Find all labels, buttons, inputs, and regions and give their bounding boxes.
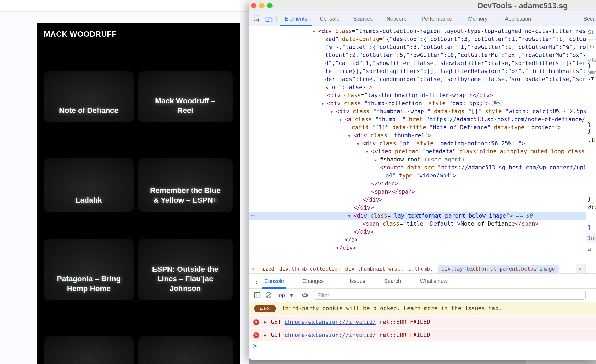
dom-tree-line[interactable]: ▼<div class="thumb-rel"> bbox=[249, 131, 586, 139]
console-error-row[interactable]: ✕▶GET chrome-extension://invalid/ net::E… bbox=[249, 329, 596, 341]
hamburger-menu-icon[interactable] bbox=[224, 32, 233, 36]
styles-fragment: .t bbox=[588, 75, 594, 82]
close-window-button[interactable] bbox=[251, 3, 256, 8]
tab-network[interactable]: Network bbox=[381, 11, 411, 26]
dom-tree-line[interactable]: der_tags":true,"randomorder":false,"sort… bbox=[249, 75, 586, 83]
dom-tree-line[interactable]: </div> bbox=[249, 228, 586, 236]
expand-arrow-down-icon[interactable]: ▼ bbox=[366, 148, 371, 156]
dom-tree-line[interactable]: <span></span> bbox=[249, 188, 586, 196]
console-sidebar-toggle-icon[interactable] bbox=[254, 291, 261, 299]
breadcrumb-item[interactable]: div.lay-textformat-parent.below-image bbox=[438, 265, 558, 273]
expand-arrow-down-icon[interactable]: ▼ bbox=[313, 27, 318, 35]
dom-tree-line[interactable]: </div> bbox=[249, 196, 586, 204]
dom-tree-line[interactable]: "%"},"tablet":{"colCount":3,"colGutter":… bbox=[249, 43, 586, 51]
dom-tree-line[interactable]: ▼<div class="thumb-collection" style="ga… bbox=[249, 99, 586, 107]
dom-tree-line[interactable]: le":true}],"sortedTagFilters":[],"tagFil… bbox=[249, 67, 586, 75]
expand-arrow-down-icon[interactable]: ▼ bbox=[322, 100, 327, 108]
error-link[interactable]: chrome-extension://invalid/ bbox=[285, 319, 376, 325]
breadcrumb-item[interactable]: div.thumbnail-wrap. bbox=[345, 266, 404, 272]
error-link[interactable]: chrome-extension://invalid/ bbox=[285, 332, 376, 338]
dom-tree-line[interactable]: d","cat_id":1,"showfilter":false,"showta… bbox=[249, 59, 586, 67]
drawer-tab-issues[interactable]: Issues bbox=[347, 274, 368, 289]
dom-tree-line[interactable]: <source data-src="https://adamc513.sg-ho… bbox=[249, 164, 586, 172]
toolbar-divider bbox=[274, 292, 274, 299]
live-expression-eye-icon[interactable] bbox=[301, 291, 309, 299]
error-text: GET chrome-extension://invalid/ net::ERR… bbox=[271, 316, 430, 328]
breadcrumb-scroll-left-icon[interactable]: ◀ bbox=[249, 264, 257, 273]
drawer-tab-console[interactable]: Console bbox=[262, 274, 286, 289]
tab-security[interactable]: Security bbox=[578, 11, 596, 26]
styles-tab[interactable]: St bbox=[588, 29, 593, 35]
dom-tree-line[interactable]: stom":false}"> bbox=[249, 83, 586, 91]
tab-memory[interactable]: Memory bbox=[463, 11, 493, 26]
console-warning-row[interactable]: ▶53 Third-party cookie will be blocked. … bbox=[249, 302, 596, 315]
tab-performance[interactable]: Performance bbox=[416, 11, 458, 26]
dom-tree-line-selected[interactable]: ⋯▼<div class="lay-textformat-parent belo… bbox=[249, 212, 586, 220]
expand-arrow-right-icon[interactable]: ▶ bbox=[264, 329, 266, 341]
dom-tree-line[interactable]: ▼<div class="thumbs-collection-region la… bbox=[249, 27, 586, 35]
styles-filter-input[interactable]: Fi bbox=[587, 43, 596, 51]
video-thumbnail[interactable]: Remember the Blue& Yellow – ESPN+ bbox=[138, 158, 233, 212]
console-filter-input[interactable] bbox=[314, 291, 586, 300]
more-actions-icon[interactable]: ⋯ bbox=[251, 212, 255, 220]
thumbnail-title: Patagonia – BringHemp Home bbox=[57, 274, 121, 293]
dom-tree-line[interactable]: </video> bbox=[249, 180, 586, 188]
drawer-tab-changes[interactable]: Changes bbox=[300, 274, 326, 289]
dom-tree-line[interactable]: <span class="title _Default">Note of Def… bbox=[249, 220, 586, 228]
tab-sources[interactable]: Sources bbox=[348, 11, 378, 26]
breadcrumb-item[interactable]: div.thumb-collection bbox=[279, 266, 341, 272]
console-prompt[interactable]: > bbox=[249, 341, 596, 352]
expand-arrow-right-icon[interactable]: ▶ bbox=[264, 316, 266, 328]
issue-count-badge[interactable]: ▶53 bbox=[254, 305, 276, 312]
video-thumbnail[interactable]: Ladahk bbox=[44, 158, 134, 212]
breadcrumb-scroll-right-icon[interactable]: ▶ bbox=[576, 264, 586, 273]
dom-tree-line[interactable]: </div> bbox=[249, 244, 586, 252]
clear-console-icon[interactable] bbox=[265, 291, 272, 299]
dom-tree-line[interactable]: ▼<a class="thumb " href="https://adamc51… bbox=[249, 115, 586, 123]
drawer-tab-what-s-new[interactable]: What's new bbox=[417, 274, 450, 289]
expand-arrow-right-icon[interactable]: ▶ bbox=[375, 156, 380, 164]
dom-tree-line[interactable]: ▼<div class="thumbnail-wrap " data-tags=… bbox=[249, 107, 586, 115]
dom-tree-line[interactable]: zed" data-config="{"desktop":{"colCount"… bbox=[249, 35, 586, 43]
dom-tree-line[interactable]: ▼<video preload="metadata" playsinline a… bbox=[249, 147, 586, 156]
flex-badge[interactable]: flex bbox=[492, 100, 502, 106]
dom-tree-line[interactable]: </div> bbox=[249, 204, 586, 212]
dom-tree-line[interactable]: <div class="lay-thumbnailgrid-filter-wra… bbox=[249, 91, 586, 99]
breadcrumb-item[interactable]: ized bbox=[262, 266, 274, 272]
video-thumbnail[interactable] bbox=[138, 336, 233, 364]
styles-fragment: div bbox=[588, 204, 596, 211]
tab-elements[interactable]: Elements bbox=[280, 11, 312, 26]
drawer-tab-search[interactable]: Search bbox=[381, 274, 404, 289]
tab-application[interactable]: Application bbox=[500, 11, 537, 26]
browser-viewport: MACK WOODRUFF Note of DefianceMack Woodr… bbox=[0, 0, 249, 364]
expand-arrow-down-icon[interactable]: ▼ bbox=[357, 140, 362, 148]
expand-arrow-down-icon[interactable]: ▼ bbox=[339, 116, 345, 124]
expand-arrow-right-icon: ▶ bbox=[260, 307, 263, 311]
styles-fragment: ele bbox=[588, 56, 596, 63]
inspect-element-icon[interactable] bbox=[253, 15, 261, 23]
dom-tree-line[interactable]: </a> bbox=[249, 236, 586, 244]
video-thumbnail[interactable]: ESPN: Outside theLines – Flau’jaeJohnson bbox=[138, 239, 233, 300]
expand-arrow-down-icon[interactable]: ▼ bbox=[348, 132, 353, 140]
video-thumbnail[interactable]: Mack Woodruff –Reel bbox=[138, 71, 233, 122]
video-thumbnail[interactable]: Patagonia – BringHemp Home bbox=[44, 239, 134, 300]
dom-tree-line[interactable]: ▶#shadow-root (user-agent) bbox=[249, 156, 586, 164]
thumbnail-title: ESPN: Outside theLines – Flau’jaeJohnson bbox=[152, 264, 218, 293]
video-thumbnail[interactable]: Note of Defiance bbox=[44, 71, 134, 122]
device-toolbar-icon[interactable] bbox=[265, 15, 273, 23]
console-error-row[interactable]: ✕▶GET chrome-extension://invalid/ net::E… bbox=[249, 316, 596, 328]
more-options-icon[interactable]: ⋮ bbox=[253, 274, 260, 289]
dom-tree-line[interactable]: p4" type="video/mp4"> bbox=[249, 172, 586, 180]
zoom-window-button[interactable] bbox=[267, 3, 273, 8]
minimize-window-button[interactable] bbox=[259, 3, 265, 8]
video-thumbnail[interactable] bbox=[44, 336, 134, 364]
javascript-context-dropdown[interactable]: top bbox=[277, 289, 285, 302]
console-messages: ▶53 Third-party cookie will be blocked. … bbox=[249, 302, 596, 360]
dom-tree-line[interactable]: ▼<div class="ph" style="padding-bottom:5… bbox=[249, 139, 586, 147]
dom-tree-line[interactable]: catid="[1]" data-title="Note of Defiance… bbox=[249, 123, 586, 131]
expand-arrow-down-icon[interactable]: ▼ bbox=[348, 212, 353, 220]
breadcrumb-item[interactable]: a.thumb. bbox=[408, 266, 433, 272]
tab-console[interactable]: Console bbox=[314, 11, 345, 26]
expand-arrow-down-icon[interactable]: ▼ bbox=[330, 108, 336, 116]
dom-tree-line[interactable]: lCount":2,"colGutter":5,"rowGutter":10,"… bbox=[249, 51, 586, 59]
